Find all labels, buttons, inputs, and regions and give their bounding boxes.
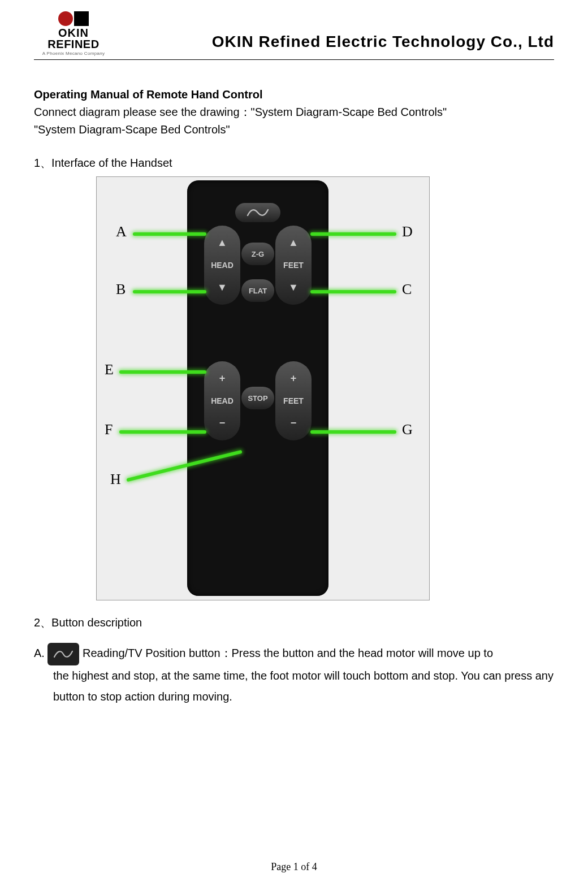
item-A-text-part1: Reading/TV Position button：Press the but… xyxy=(83,647,493,659)
callout-line-C xyxy=(310,290,396,293)
logo-mark xyxy=(58,11,89,26)
logo-black-square-icon xyxy=(74,11,89,26)
head-plus-icon: + xyxy=(219,373,226,384)
callout-label-E: E xyxy=(105,361,114,378)
wave-button-icon xyxy=(235,203,280,222)
callout-label-C: C xyxy=(402,281,412,298)
section-1-heading: 1、Interface of the Handset xyxy=(34,154,554,172)
feet-up-arrow-icon: ▲ xyxy=(288,237,299,249)
stop-button: STOP xyxy=(241,387,274,409)
head-label-lower: HEAD xyxy=(211,396,234,405)
company-title: OKIN Refined Electric Technology Co., Lt… xyxy=(212,33,554,51)
feet-massage-pill: + FEET − xyxy=(275,361,312,440)
head-down-arrow-icon: ▼ xyxy=(217,282,227,293)
callout-line-E xyxy=(119,370,206,374)
document-title: Operating Manual of Remote Hand Control xyxy=(34,88,554,101)
callout-label-D: D xyxy=(402,223,413,240)
callout-line-A xyxy=(133,232,206,236)
connect-diagram-line2: "System Diagram-Scape Bed Controls" xyxy=(34,121,554,139)
head-label-upper: HEAD xyxy=(211,261,234,270)
feet-down-arrow-icon: ▼ xyxy=(288,282,299,293)
callout-label-A: A xyxy=(116,223,127,240)
callout-label-H: H xyxy=(110,471,121,488)
logo-red-circle-icon xyxy=(58,11,73,26)
connect-diagram-line1: Connect diagram please see the drawing："… xyxy=(34,103,554,121)
logo-text-refined: REFINED xyxy=(47,38,99,50)
feet-minus-icon: − xyxy=(291,417,297,429)
remote-body: ▲ HEAD ▼ ▲ FEET ▼ Z-G FLAT + HEAD − + FE… xyxy=(187,180,328,596)
head-up-arrow-icon: ▲ xyxy=(217,237,227,249)
head-minus-icon: − xyxy=(219,417,226,429)
page-footer: Page 1 of 4 xyxy=(0,861,588,873)
callout-label-F: F xyxy=(105,421,113,438)
callout-line-G xyxy=(310,430,396,434)
wave-button-thumbnail-icon xyxy=(47,643,79,665)
callout-label-G: G xyxy=(402,421,413,438)
callout-line-B xyxy=(133,290,206,293)
callout-label-B: B xyxy=(116,281,126,298)
feet-up-down-pill: ▲ FEET ▼ xyxy=(275,226,312,305)
head-massage-pill: + HEAD − xyxy=(204,361,240,440)
feet-label-upper: FEET xyxy=(283,261,304,270)
feet-label-lower: FEET xyxy=(283,396,304,405)
item-A-line1: A. Reading/TV Position button：Press the … xyxy=(34,642,554,665)
callout-line-D xyxy=(310,232,396,236)
item-A-line2: the highest and stop, at the same time, … xyxy=(34,665,554,707)
logo-text-okin: OKIN xyxy=(58,27,89,38)
zg-button: Z-G xyxy=(241,243,274,265)
section-2-heading: 2、Button description xyxy=(34,614,554,632)
logo-tagline: A Phoenix Mecano Company xyxy=(42,51,105,56)
item-A-prefix: A. xyxy=(34,647,45,659)
feet-plus-icon: + xyxy=(291,373,297,384)
callout-line-F xyxy=(119,430,206,434)
company-logo: OKIN REFINED A Phoenix Mecano Company xyxy=(34,11,113,56)
flat-button: FLAT xyxy=(241,279,274,302)
handset-figure: ▲ HEAD ▼ ▲ FEET ▼ Z-G FLAT + HEAD − + FE… xyxy=(96,176,430,600)
page-header: OKIN REFINED A Phoenix Mecano Company OK… xyxy=(34,11,554,60)
head-up-down-pill: ▲ HEAD ▼ xyxy=(204,226,240,305)
